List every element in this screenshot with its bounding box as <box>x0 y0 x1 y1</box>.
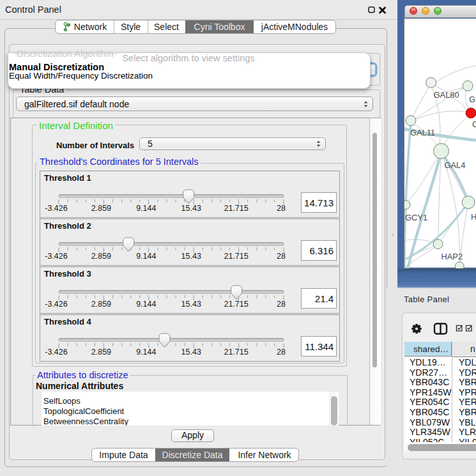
svg-text:28: 28 <box>277 204 286 213</box>
svg-text:-3.426: -3.426 <box>45 252 67 261</box>
svg-text:21.715: 21.715 <box>224 252 248 261</box>
svg-text:21.715: 21.715 <box>224 348 248 357</box>
svg-text:15.43: 15.43 <box>181 300 201 309</box>
svg-text:9.144: 9.144 <box>136 252 156 261</box>
svg-text:15.43: 15.43 <box>181 252 201 261</box>
svg-text:9.144: 9.144 <box>136 348 156 357</box>
svg-text:2.859: 2.859 <box>91 300 111 309</box>
svg-text:2.859: 2.859 <box>91 252 111 261</box>
svg-text:28: 28 <box>277 348 286 357</box>
svg-text:15.43: 15.43 <box>181 348 201 357</box>
svg-text:28: 28 <box>277 252 286 261</box>
svg-text:H: H <box>471 212 476 222</box>
svg-text:HAP2: HAP2 <box>441 252 463 261</box>
svg-text:G.: G. <box>469 95 476 104</box>
svg-text:2.859: 2.859 <box>91 348 111 357</box>
svg-text:GAL11: GAL11 <box>410 128 435 137</box>
svg-text:21.715: 21.715 <box>224 204 248 213</box>
svg-text:21.715: 21.715 <box>224 300 248 309</box>
svg-text:9.144: 9.144 <box>136 300 156 309</box>
svg-text:GAL4: GAL4 <box>444 160 465 170</box>
svg-text:2.859: 2.859 <box>91 204 111 213</box>
svg-text:GAL80: GAL80 <box>434 90 459 100</box>
svg-text:9.144: 9.144 <box>136 204 156 213</box>
svg-text:-3.426: -3.426 <box>45 204 67 213</box>
svg-text:GCY1: GCY1 <box>405 213 427 222</box>
svg-text:-3.426: -3.426 <box>45 300 67 309</box>
svg-text:15.43: 15.43 <box>181 204 201 213</box>
svg-text:28: 28 <box>277 300 286 309</box>
svg-text:C: C <box>472 119 476 129</box>
svg-text:-3.426: -3.426 <box>45 348 67 357</box>
